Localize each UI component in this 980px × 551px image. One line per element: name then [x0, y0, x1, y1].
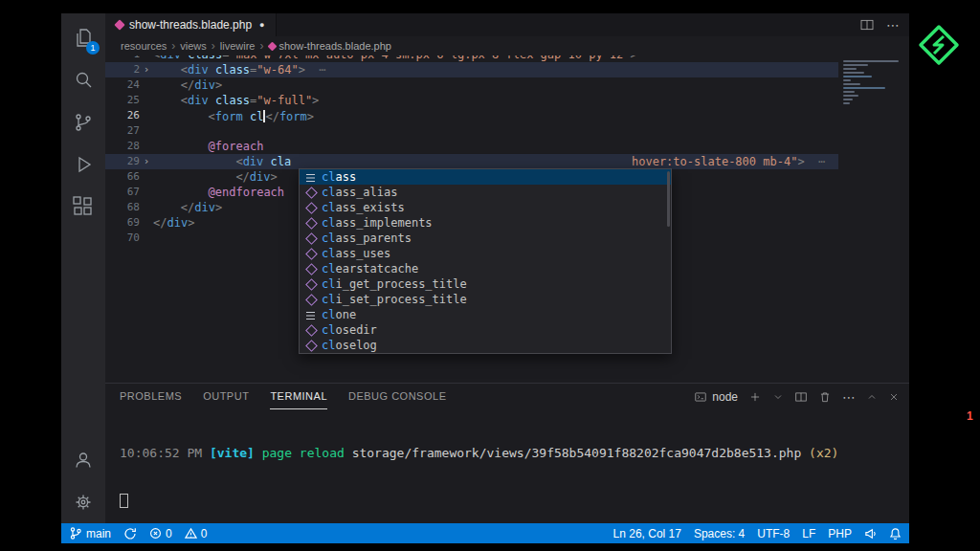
- minimap[interactable]: [838, 55, 909, 383]
- code-text: <div class="w-64"> ⋯: [153, 62, 909, 77]
- code-line-29[interactable]: 29›<div clahover:to-slate-800 mb-4"> ⋯: [105, 154, 909, 169]
- settings-button[interactable]: [61, 481, 105, 523]
- terminal-icon: [694, 390, 707, 404]
- suggestion-label: clearstatcache: [322, 262, 418, 276]
- explorer-button[interactable]: 1: [61, 17, 105, 59]
- code-text: <div class="max-w-7xl mx-auto px-4 sm:px…: [153, 55, 909, 62]
- symbol-method-icon: [304, 324, 317, 337]
- account-button[interactable]: [61, 439, 105, 481]
- code-text: <form cl</form>: [153, 108, 909, 123]
- breadcrumb-livewire[interactable]: livewire: [220, 40, 256, 52]
- editor-actions: ⋯: [859, 13, 900, 36]
- line-number: 28: [105, 139, 140, 154]
- code-text: @foreach: [153, 139, 909, 154]
- search-button[interactable]: [61, 59, 105, 101]
- code-text-tail: hover:to-slate-800 mb-4"> ⋯: [632, 154, 825, 169]
- suggestion-clearstatcache[interactable]: clearstatcache: [300, 261, 671, 276]
- source-control-button[interactable]: [61, 101, 105, 143]
- screen-background: 1: [0, 0, 980, 551]
- branch-indicator[interactable]: main: [69, 526, 111, 540]
- suggestion-class_alias[interactable]: class_alias: [300, 185, 671, 200]
- code-line-1[interactable]: 1<div class="max-w-7xl mx-auto px-4 sm:p…: [105, 55, 909, 62]
- gear-icon: [72, 491, 95, 514]
- split-terminal-icon[interactable]: [794, 390, 808, 404]
- breadcrumb-views[interactable]: views: [180, 40, 207, 52]
- suggestion-label: class_exists: [322, 201, 405, 214]
- code-line-2[interactable]: 2›<div class="w-64"> ⋯: [105, 62, 909, 77]
- tab-debug-console[interactable]: DEBUG CONSOLE: [348, 384, 446, 409]
- symbol-keyword-icon: [304, 171, 317, 184]
- terminal-instance[interactable]: node: [694, 390, 738, 404]
- code-line-24[interactable]: 24</div>: [105, 77, 909, 93]
- suggestion-label: class_uses: [322, 247, 390, 260]
- split-editor-icon[interactable]: [859, 17, 875, 33]
- line-number: 69: [105, 215, 140, 231]
- eol-sequence[interactable]: LF: [802, 527, 815, 540]
- extensions-button[interactable]: [61, 186, 105, 228]
- sync-changes-button[interactable]: [123, 527, 137, 540]
- run-debug-button[interactable]: [61, 143, 105, 186]
- brand-logo: [918, 24, 960, 70]
- panel-actions: node ⋯: [694, 390, 900, 404]
- code-line-27[interactable]: 27: [105, 123, 909, 139]
- kill-terminal-icon[interactable]: [818, 390, 832, 404]
- search-icon: [72, 69, 95, 92]
- breadcrumb-resources[interactable]: resources: [121, 40, 167, 52]
- symbol-keyword-icon: [304, 309, 317, 321]
- suggestion-class[interactable]: class: [300, 169, 671, 185]
- tab-terminal[interactable]: TERMINAL: [270, 384, 327, 409]
- log-action: page reload: [255, 446, 352, 460]
- suggestion-closelog[interactable]: closelog: [300, 338, 671, 353]
- code-line-26[interactable]: 26<form cl</form>: [105, 108, 909, 123]
- suggestion-class_implements[interactable]: class_implements: [300, 215, 671, 231]
- suggestion-class_parents[interactable]: class_parents: [300, 231, 671, 246]
- fold-gutter: [140, 200, 153, 215]
- line-number: 1: [105, 55, 140, 62]
- fold-gutter: [140, 108, 153, 123]
- tab-problems[interactable]: PROBLEMS: [120, 384, 182, 409]
- chevron-down-icon[interactable]: [772, 391, 784, 403]
- suggestion-class_exists[interactable]: class_exists: [300, 200, 671, 215]
- modified-dot-icon[interactable]: ●: [259, 20, 264, 30]
- breadcrumb-file[interactable]: show-threads.blade.php: [269, 40, 391, 52]
- feedback-button[interactable]: [864, 527, 877, 540]
- error-icon: [149, 527, 162, 540]
- fold-gutter: [140, 231, 153, 246]
- notifications-button[interactable]: [889, 527, 902, 540]
- symbol-method-icon: [304, 217, 317, 230]
- suggest-widget: classclass_aliasclass_existsclass_implem…: [299, 168, 672, 354]
- panel-header: PROBLEMS OUTPUT TERMINAL DEBUG CONSOLE n…: [105, 384, 909, 409]
- fold-collapsed-icon[interactable]: ›: [140, 154, 153, 169]
- tab-output[interactable]: OUTPUT: [203, 384, 249, 409]
- more-actions-icon[interactable]: ⋯: [886, 18, 900, 32]
- suggestion-cli_get_process_title[interactable]: cli_get_process_title: [300, 276, 671, 292]
- cursor-position[interactable]: Ln 26, Col 17: [613, 527, 681, 540]
- new-terminal-icon[interactable]: [748, 390, 762, 404]
- line-number: 29: [105, 154, 140, 169]
- status-left: main 0 0: [69, 526, 207, 540]
- bottom-panel: PROBLEMS OUTPUT TERMINAL DEBUG CONSOLE n…: [105, 383, 909, 523]
- git-branch-icon: [72, 111, 95, 134]
- suggestion-clone[interactable]: clone: [300, 307, 671, 322]
- close-panel-icon[interactable]: [888, 391, 900, 403]
- errors-indicator[interactable]: 0: [149, 527, 172, 540]
- suggest-scrollbar[interactable]: [667, 171, 670, 227]
- code-editor[interactable]: 1<div class="max-w-7xl mx-auto px-4 sm:p…: [105, 55, 909, 383]
- code-line-25[interactable]: 25<div class="w-full">: [105, 93, 909, 108]
- language-mode[interactable]: PHP: [828, 527, 852, 540]
- suggestion-cli_set_process_title[interactable]: cli_set_process_title: [300, 292, 671, 307]
- line-number: 24: [105, 77, 140, 93]
- chevron-right-icon: ›: [212, 39, 215, 53]
- code-line-28[interactable]: 28@foreach: [105, 139, 909, 154]
- line-number: 67: [105, 185, 140, 200]
- warnings-indicator[interactable]: 0: [185, 527, 208, 540]
- chevron-up-icon[interactable]: [866, 391, 878, 403]
- encoding[interactable]: UTF-8: [757, 527, 790, 540]
- fold-collapsed-icon[interactable]: ›: [140, 62, 153, 77]
- tab-show-threads[interactable]: show-threads.blade.php ●: [105, 13, 277, 36]
- panel-more-icon[interactable]: ⋯: [842, 390, 856, 404]
- suggestion-label: closelog: [322, 339, 377, 352]
- indentation[interactable]: Spaces: 4: [694, 527, 745, 540]
- suggestion-closedir[interactable]: closedir: [300, 322, 671, 338]
- suggestion-class_uses[interactable]: class_uses: [300, 246, 671, 261]
